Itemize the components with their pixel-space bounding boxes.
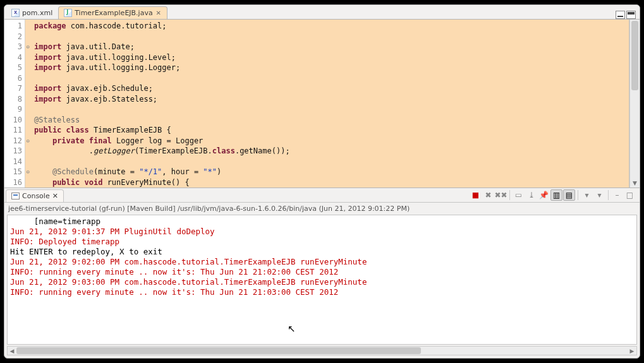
- show-console-on-err-button[interactable]: ▤: [563, 189, 575, 201]
- console-icon: [11, 193, 20, 199]
- tab-pom-xml[interactable]: pom.xml: [6, 6, 58, 19]
- open-console-dropdown-button[interactable]: ▾: [593, 189, 605, 201]
- tab-console[interactable]: Console ✕: [6, 189, 64, 202]
- console-area: Console ✕ ■ ✖ ✖✖ ▭ ⤓ 📌 ▥ ▤ ▾ ▾ – □ jee: [4, 188, 640, 358]
- minimize-button[interactable]: [616, 11, 625, 19]
- line-gutter: 12345678910111213141516: [4, 20, 25, 187]
- tab-timer-example-ejb[interactable]: TimerExampleEJB.java ✕: [58, 6, 167, 19]
- toolbar-separator: [509, 190, 510, 200]
- remove-launch-button[interactable]: ✖: [482, 189, 494, 201]
- code-editor[interactable]: package com.hascode.tutorial; import jav…: [25, 20, 629, 187]
- scrollbar-thumb[interactable]: [631, 21, 638, 90]
- console-minimize-button[interactable]: –: [611, 189, 623, 201]
- maximize-button[interactable]: [626, 11, 636, 19]
- show-console-on-out-button[interactable]: ▥: [550, 189, 562, 201]
- close-icon[interactable]: ✕: [155, 10, 162, 16]
- tab-label: TimerExampleEJB.java: [75, 9, 152, 17]
- ide-window: pom.xml TimerExampleEJB.java ✕ 123456789…: [4, 4, 640, 359]
- console-output-wrap: [name=timerapp Jun 21, 2012 9:01:37 PM P…: [7, 215, 637, 345]
- scroll-lock-button[interactable]: ⤓: [525, 189, 537, 201]
- console-output[interactable]: [name=timerapp Jun 21, 2012 9:01:37 PM P…: [8, 215, 636, 344]
- console-tab-label: Console: [22, 192, 50, 200]
- console-tabbar: Console ✕ ■ ✖ ✖✖ ▭ ⤓ 📌 ▥ ▤ ▾ ▾ – □: [4, 188, 640, 203]
- editor-window-controls: [616, 11, 640, 19]
- display-selected-console-button[interactable]: ▾: [581, 189, 593, 201]
- toolbar-separator: [578, 190, 578, 200]
- editor-area: pom.xml TimerExampleEJB.java ✕ 123456789…: [4, 5, 640, 188]
- terminate-button[interactable]: ■: [470, 189, 482, 201]
- tab-label: pom.xml: [22, 9, 52, 17]
- editor-tabbar: pom.xml TimerExampleEJB.java ✕: [4, 5, 640, 19]
- console-status: jee6-timerservice-tutorial (gf-run) [Mav…: [4, 203, 640, 215]
- toolbar-separator: [608, 190, 609, 200]
- close-icon[interactable]: ✕: [52, 192, 58, 200]
- pin-console-button[interactable]: 📌: [538, 189, 550, 201]
- console-maximize-button[interactable]: □: [624, 189, 636, 201]
- scroll-down-arrow-icon[interactable]: ▼: [630, 179, 640, 187]
- editor-body: 12345678910111213141516 package com.hasc…: [4, 19, 640, 187]
- vertical-scrollbar[interactable]: ▲ ▼: [629, 20, 640, 187]
- scroll-right-arrow-icon[interactable]: ▶: [628, 347, 636, 355]
- file-icon-xml: [11, 9, 20, 17]
- scrollbar-thumb[interactable]: [16, 347, 421, 354]
- file-icon-java: [64, 9, 72, 17]
- console-toolbar: ■ ✖ ✖✖ ▭ ⤓ 📌 ▥ ▤ ▾ ▾ – □: [470, 189, 640, 202]
- scroll-left-arrow-icon[interactable]: ◀: [8, 347, 16, 355]
- remove-all-button[interactable]: ✖✖: [495, 189, 507, 201]
- horizontal-scrollbar[interactable]: ◀ ▶: [7, 346, 637, 355]
- clear-console-button[interactable]: ▭: [513, 189, 525, 201]
